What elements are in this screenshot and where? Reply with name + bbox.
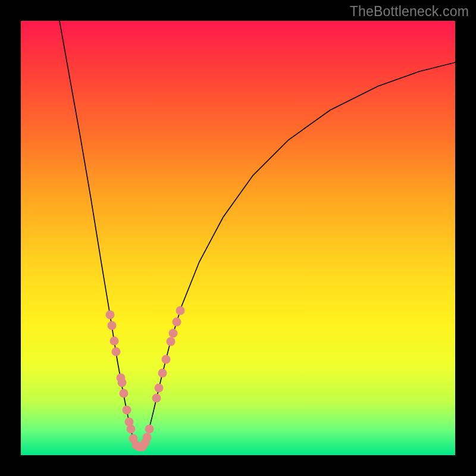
data-dot (123, 406, 131, 415)
data-dot (152, 394, 161, 403)
data-dot (145, 425, 154, 434)
data-dot (158, 369, 167, 378)
data-dot (108, 321, 117, 330)
data-dot (143, 433, 152, 442)
data-dots (106, 306, 185, 452)
data-dot (110, 337, 119, 346)
data-dot (127, 425, 136, 434)
data-dot (173, 318, 181, 327)
data-dot (155, 384, 164, 393)
data-dot (176, 306, 185, 315)
watermark-text: TheBottleneck.com (350, 4, 469, 20)
data-dot (112, 347, 121, 356)
data-dot (120, 389, 129, 398)
data-dot (162, 355, 171, 364)
data-dot (167, 337, 176, 346)
data-dot (169, 329, 178, 338)
data-dot (106, 311, 115, 320)
data-dot (118, 378, 127, 387)
chart-svg (21, 21, 455, 455)
bottleneck-chart (21, 21, 455, 455)
